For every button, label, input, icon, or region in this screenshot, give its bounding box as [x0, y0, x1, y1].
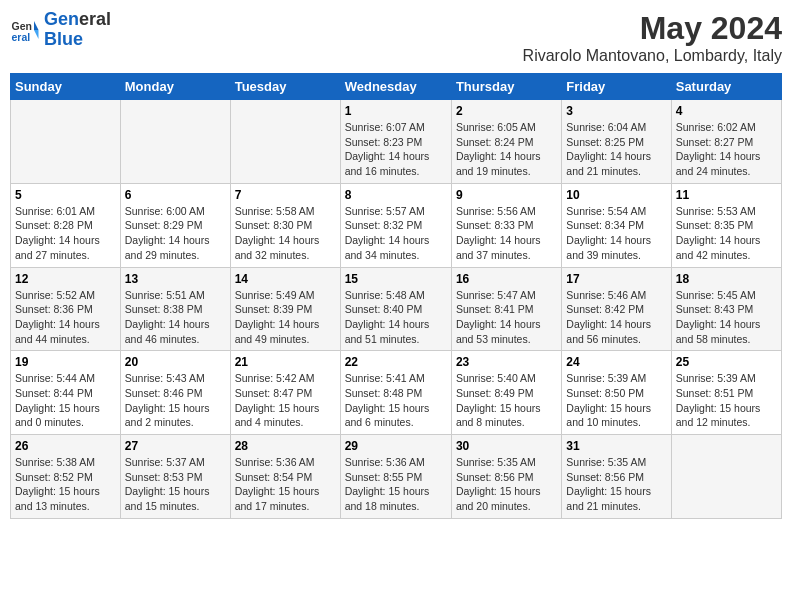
day-info: Sunrise: 6:00 AMSunset: 8:29 PMDaylight:… [125, 204, 226, 263]
calendar-row: 5Sunrise: 6:01 AMSunset: 8:28 PMDaylight… [11, 183, 782, 267]
day-number: 3 [566, 104, 666, 118]
header-wednesday: Wednesday [340, 74, 451, 100]
day-number: 21 [235, 355, 336, 369]
calendar-cell: 24Sunrise: 5:39 AMSunset: 8:50 PMDayligh… [562, 351, 671, 435]
calendar-cell: 18Sunrise: 5:45 AMSunset: 8:43 PMDayligh… [671, 267, 781, 351]
day-number: 2 [456, 104, 557, 118]
day-info: Sunrise: 5:54 AMSunset: 8:34 PMDaylight:… [566, 204, 666, 263]
calendar-cell: 10Sunrise: 5:54 AMSunset: 8:34 PMDayligh… [562, 183, 671, 267]
day-number: 30 [456, 439, 557, 453]
day-number: 28 [235, 439, 336, 453]
day-info: Sunrise: 5:51 AMSunset: 8:38 PMDaylight:… [125, 288, 226, 347]
day-number: 12 [15, 272, 116, 286]
calendar-cell: 3Sunrise: 6:04 AMSunset: 8:25 PMDaylight… [562, 100, 671, 184]
day-number: 15 [345, 272, 447, 286]
day-info: Sunrise: 5:43 AMSunset: 8:46 PMDaylight:… [125, 371, 226, 430]
calendar-cell: 5Sunrise: 6:01 AMSunset: 8:28 PMDaylight… [11, 183, 121, 267]
svg-text:eral: eral [12, 30, 31, 42]
logo-text: GeneralBlue [44, 10, 111, 50]
day-number: 6 [125, 188, 226, 202]
header-sunday: Sunday [11, 74, 121, 100]
calendar-title: May 2024 [523, 10, 782, 47]
calendar-cell: 2Sunrise: 6:05 AMSunset: 8:24 PMDaylight… [451, 100, 561, 184]
logo: Gen eral GeneralBlue [10, 10, 111, 50]
calendar-cell [11, 100, 121, 184]
calendar-row: 19Sunrise: 5:44 AMSunset: 8:44 PMDayligh… [11, 351, 782, 435]
calendar-cell [120, 100, 230, 184]
day-number: 17 [566, 272, 666, 286]
day-info: Sunrise: 5:35 AMSunset: 8:56 PMDaylight:… [566, 455, 666, 514]
calendar-cell: 30Sunrise: 5:35 AMSunset: 8:56 PMDayligh… [451, 435, 561, 519]
logo-icon: Gen eral [10, 15, 40, 45]
day-info: Sunrise: 5:45 AMSunset: 8:43 PMDaylight:… [676, 288, 777, 347]
day-number: 24 [566, 355, 666, 369]
day-info: Sunrise: 6:07 AMSunset: 8:23 PMDaylight:… [345, 120, 447, 179]
day-info: Sunrise: 6:05 AMSunset: 8:24 PMDaylight:… [456, 120, 557, 179]
calendar-cell: 13Sunrise: 5:51 AMSunset: 8:38 PMDayligh… [120, 267, 230, 351]
calendar-cell: 11Sunrise: 5:53 AMSunset: 8:35 PMDayligh… [671, 183, 781, 267]
day-number: 8 [345, 188, 447, 202]
calendar-cell: 14Sunrise: 5:49 AMSunset: 8:39 PMDayligh… [230, 267, 340, 351]
day-number: 16 [456, 272, 557, 286]
day-number: 7 [235, 188, 336, 202]
day-info: Sunrise: 5:49 AMSunset: 8:39 PMDaylight:… [235, 288, 336, 347]
day-info: Sunrise: 5:38 AMSunset: 8:52 PMDaylight:… [15, 455, 116, 514]
day-number: 14 [235, 272, 336, 286]
title-block: May 2024 Rivarolo Mantovano, Lombardy, I… [523, 10, 782, 65]
day-info: Sunrise: 5:46 AMSunset: 8:42 PMDaylight:… [566, 288, 666, 347]
day-info: Sunrise: 5:58 AMSunset: 8:30 PMDaylight:… [235, 204, 336, 263]
svg-marker-3 [34, 30, 39, 39]
calendar-cell: 29Sunrise: 5:36 AMSunset: 8:55 PMDayligh… [340, 435, 451, 519]
day-info: Sunrise: 5:37 AMSunset: 8:53 PMDaylight:… [125, 455, 226, 514]
header-tuesday: Tuesday [230, 74, 340, 100]
day-number: 20 [125, 355, 226, 369]
day-info: Sunrise: 5:35 AMSunset: 8:56 PMDaylight:… [456, 455, 557, 514]
calendar-cell: 27Sunrise: 5:37 AMSunset: 8:53 PMDayligh… [120, 435, 230, 519]
day-info: Sunrise: 6:04 AMSunset: 8:25 PMDaylight:… [566, 120, 666, 179]
day-number: 26 [15, 439, 116, 453]
calendar-cell [671, 435, 781, 519]
calendar-cell: 26Sunrise: 5:38 AMSunset: 8:52 PMDayligh… [11, 435, 121, 519]
day-info: Sunrise: 5:53 AMSunset: 8:35 PMDaylight:… [676, 204, 777, 263]
calendar-cell [230, 100, 340, 184]
day-number: 18 [676, 272, 777, 286]
calendar-cell: 16Sunrise: 5:47 AMSunset: 8:41 PMDayligh… [451, 267, 561, 351]
calendar-row: 26Sunrise: 5:38 AMSunset: 8:52 PMDayligh… [11, 435, 782, 519]
day-number: 27 [125, 439, 226, 453]
day-info: Sunrise: 5:47 AMSunset: 8:41 PMDaylight:… [456, 288, 557, 347]
day-number: 29 [345, 439, 447, 453]
day-info: Sunrise: 6:01 AMSunset: 8:28 PMDaylight:… [15, 204, 116, 263]
day-number: 10 [566, 188, 666, 202]
calendar-cell: 17Sunrise: 5:46 AMSunset: 8:42 PMDayligh… [562, 267, 671, 351]
day-info: Sunrise: 5:42 AMSunset: 8:47 PMDaylight:… [235, 371, 336, 430]
day-info: Sunrise: 5:40 AMSunset: 8:49 PMDaylight:… [456, 371, 557, 430]
day-number: 23 [456, 355, 557, 369]
header-friday: Friday [562, 74, 671, 100]
calendar-cell: 7Sunrise: 5:58 AMSunset: 8:30 PMDaylight… [230, 183, 340, 267]
day-info: Sunrise: 5:36 AMSunset: 8:54 PMDaylight:… [235, 455, 336, 514]
calendar-cell: 9Sunrise: 5:56 AMSunset: 8:33 PMDaylight… [451, 183, 561, 267]
calendar-cell: 20Sunrise: 5:43 AMSunset: 8:46 PMDayligh… [120, 351, 230, 435]
calendar-cell: 4Sunrise: 6:02 AMSunset: 8:27 PMDaylight… [671, 100, 781, 184]
calendar-cell: 8Sunrise: 5:57 AMSunset: 8:32 PMDaylight… [340, 183, 451, 267]
header-saturday: Saturday [671, 74, 781, 100]
header-thursday: Thursday [451, 74, 561, 100]
day-number: 19 [15, 355, 116, 369]
calendar-cell: 28Sunrise: 5:36 AMSunset: 8:54 PMDayligh… [230, 435, 340, 519]
calendar-row: 1Sunrise: 6:07 AMSunset: 8:23 PMDaylight… [11, 100, 782, 184]
day-number: 1 [345, 104, 447, 118]
day-info: Sunrise: 5:44 AMSunset: 8:44 PMDaylight:… [15, 371, 116, 430]
header-monday: Monday [120, 74, 230, 100]
day-info: Sunrise: 5:52 AMSunset: 8:36 PMDaylight:… [15, 288, 116, 347]
calendar-cell: 12Sunrise: 5:52 AMSunset: 8:36 PMDayligh… [11, 267, 121, 351]
calendar-header-row: SundayMondayTuesdayWednesdayThursdayFrid… [11, 74, 782, 100]
calendar-cell: 6Sunrise: 6:00 AMSunset: 8:29 PMDaylight… [120, 183, 230, 267]
day-info: Sunrise: 5:39 AMSunset: 8:51 PMDaylight:… [676, 371, 777, 430]
day-number: 11 [676, 188, 777, 202]
calendar-cell: 31Sunrise: 5:35 AMSunset: 8:56 PMDayligh… [562, 435, 671, 519]
day-info: Sunrise: 5:39 AMSunset: 8:50 PMDaylight:… [566, 371, 666, 430]
day-info: Sunrise: 6:02 AMSunset: 8:27 PMDaylight:… [676, 120, 777, 179]
day-info: Sunrise: 5:48 AMSunset: 8:40 PMDaylight:… [345, 288, 447, 347]
svg-marker-2 [34, 21, 39, 30]
page-header: Gen eral GeneralBlue May 2024 Rivarolo M… [10, 10, 782, 65]
